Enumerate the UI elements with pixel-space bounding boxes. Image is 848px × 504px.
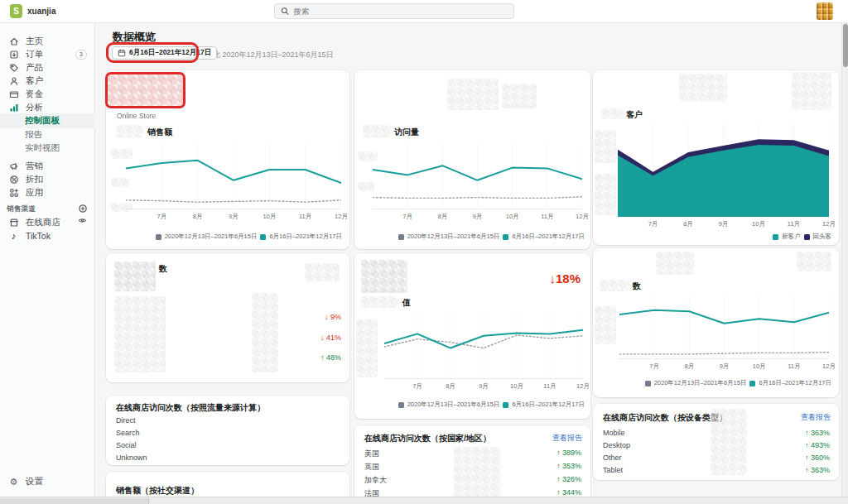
view-report-link[interactable]: 查看报告 — [801, 412, 831, 423]
sidebar-item-marketing[interactable]: 营销 — [0, 160, 95, 173]
card-title: 销售额（按社交渠道） — [116, 485, 199, 497]
stat-value: 18% — [556, 271, 581, 286]
sidebar-item-live-view[interactable]: 实时视图 — [0, 142, 95, 155]
search-box[interactable] — [274, 3, 514, 19]
x-axis-label: 8月 — [446, 382, 455, 391]
sidebar-item-analytics[interactable]: 分析 — [0, 101, 95, 114]
arrow-up-icon: ↑ — [805, 466, 809, 474]
vertical-scrollbar[interactable] — [841, 23, 848, 497]
sidebar-item-discounts[interactable]: 折扣 — [0, 173, 95, 186]
x-axis-label: 12月 — [335, 213, 348, 221]
row-label: 美国 — [364, 449, 379, 459]
tiktok-icon: ♪ — [8, 231, 19, 242]
avatar[interactable] — [817, 2, 833, 20]
legend-label: 回头客 — [813, 233, 832, 241]
chart-title: 销售额 — [147, 127, 172, 138]
x-axis-label: 7月 — [649, 362, 659, 371]
arrow-up-icon: ↑ — [556, 488, 561, 497]
sales-line-chart — [126, 143, 341, 209]
top-bar: S xuanjia — [0, 0, 848, 23]
legend-swatch-compare — [645, 381, 651, 386]
x-axis-label: 9月 — [473, 213, 483, 221]
card-average-value: ↓18% 值 7月8月9月10月11月12月 2020年12月13日–2021年… — [354, 253, 590, 419]
chart-legend: 2020年12月13日–2021年6月15日 6月16日–2021年12月17日 — [645, 379, 831, 387]
legend-label: 6月16日–2021年12月17日 — [512, 233, 585, 241]
discount-icon — [8, 175, 19, 185]
card-sales: Online Store 销售额 7月8月9月10月11月12月 2020年12… — [106, 70, 349, 249]
stat-value: 363% — [811, 466, 830, 474]
sidebar-item-label: 营销 — [26, 161, 43, 172]
card-by-device: 在线商店访问次数（按设备类型） 查看报告 Mobile ↑ 363% Deskt… — [593, 404, 839, 480]
redacted-block — [305, 263, 340, 281]
redacted-block — [252, 293, 278, 372]
arrow-up-icon: ↑ — [556, 462, 561, 470]
card-by-country: 在线商店访问次数（按国家/地区） 查看报告 美国 ↑ 389% 英国 ↑ 353… — [354, 425, 590, 504]
scrollbar-handle[interactable] — [0, 498, 149, 504]
x-axis-label: 12月 — [576, 382, 590, 391]
sessions-line-chart — [373, 143, 582, 209]
legend-label: 2020年12月13日–2021年6月15日 — [407, 233, 500, 241]
arrow-down-icon: ↓ — [320, 334, 325, 342]
aov-line-chart — [384, 314, 583, 379]
row-change: ↑ 493% — [805, 441, 830, 449]
chart-title: 数 — [633, 281, 641, 292]
row-change: ↑ 363% — [805, 466, 830, 474]
sidebar-item-products[interactable]: 产品 — [0, 61, 95, 74]
chart-title: 数 — [159, 263, 167, 275]
stat-value: 363% — [811, 429, 830, 437]
card-title: 在线商店访问次数（按设备类型） — [603, 412, 727, 424]
search-input[interactable] — [293, 7, 508, 16]
x-axis-label: 8月 — [683, 220, 693, 228]
redacted-block — [116, 125, 143, 137]
calendar-icon — [118, 49, 126, 57]
arrow-up-icon: ↑ — [805, 441, 809, 449]
view-report-link[interactable]: 查看报告 — [552, 433, 582, 444]
date-range-button[interactable]: 6月16日–2021年12月17日 — [112, 46, 217, 60]
redacted-block — [114, 296, 166, 372]
table-row: Search — [116, 429, 340, 437]
sidebar-item-apps[interactable]: 应用 — [0, 186, 95, 199]
megaphone-icon — [8, 161, 19, 172]
orders-line-chart — [619, 296, 829, 359]
arrow-down-icon: ↓ — [549, 271, 556, 286]
table-row: Mobile ↑ 363% — [603, 429, 830, 437]
customers-icon — [8, 76, 19, 87]
main-content: 数据概览 6月16日–2021年12月17日 相比 2020年12月13日–20… — [95, 23, 848, 504]
chart-legend: 新客户 回头客 — [773, 233, 831, 241]
sidebar-item-customers[interactable]: 客户 — [0, 74, 95, 88]
row-change: ↑ 353% — [556, 462, 581, 473]
add-channel-button[interactable] — [78, 204, 87, 213]
table-row: Tablet ↑ 363% — [603, 466, 830, 474]
redacted-block — [595, 306, 616, 344]
legend-swatch-current — [749, 381, 755, 386]
redacted-block — [356, 319, 378, 377]
big-change-stat: ↓18% — [549, 271, 581, 286]
sidebar-item-dashboards[interactable]: 控制面板 — [0, 113, 95, 128]
legend-label: 新客户 — [782, 233, 801, 241]
sidebar-item-label: 分析 — [26, 102, 43, 113]
table-row: Desktop ↑ 493% — [603, 441, 830, 449]
x-axis-label: 11月 — [543, 382, 556, 391]
x-axis-label: 11月 — [299, 213, 311, 221]
arrow-up-icon: ↑ — [320, 353, 325, 362]
view-store-button[interactable] — [78, 216, 87, 225]
arrow-up-icon: ↑ — [556, 449, 561, 457]
horizontal-scrollbar[interactable] — [0, 497, 848, 504]
sidebar-item-label: 实时视图 — [25, 142, 60, 154]
sidebar-item-finance[interactable]: 资金 — [0, 88, 95, 101]
sidebar-item-orders[interactable]: 订单 3 — [0, 48, 95, 61]
redacted-block — [792, 72, 831, 110]
x-axis-label: 10月 — [263, 213, 276, 221]
page-title: 数据概览 — [113, 30, 156, 45]
scrollbar-handle[interactable] — [843, 24, 848, 67]
shopify-logo-icon[interactable]: S — [10, 4, 22, 18]
sidebar-item-settings[interactable]: ⚙ 设置 — [0, 475, 95, 488]
sidebar-item-reports[interactable]: 报告 — [0, 128, 95, 142]
sidebar-item-label: 设置 — [26, 476, 43, 487]
row-label: Desktop — [603, 441, 630, 449]
sidebar-item-tiktok[interactable]: ♪ TikTok — [0, 229, 95, 242]
arrow-down-icon: ↓ — [325, 313, 329, 321]
x-axis-label: 10月 — [506, 213, 519, 221]
sidebar-item-home[interactable]: 主页 — [0, 35, 95, 48]
chart-legend: 2020年12月13日–2021年6月15日 6月16日–2021年12月17日 — [398, 401, 585, 409]
